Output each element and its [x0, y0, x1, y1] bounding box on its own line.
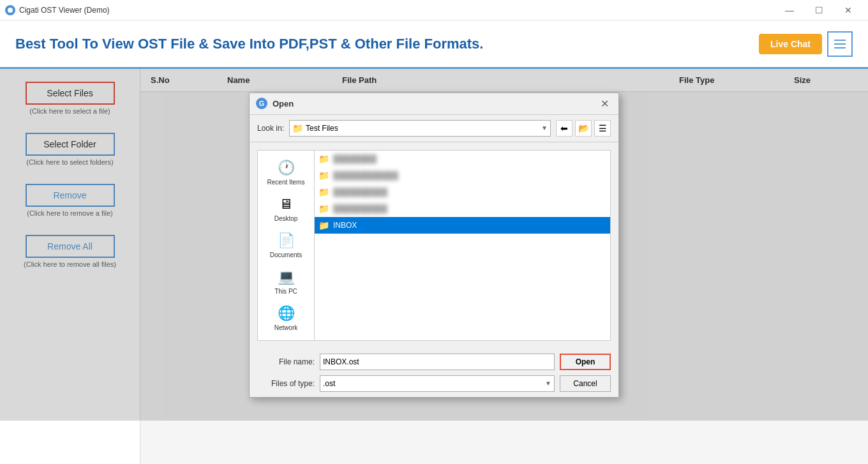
this-pc-label: This PC: [274, 288, 297, 295]
maximize-button[interactable]: ☐: [804, 0, 834, 20]
this-pc-icon: 💻: [278, 269, 295, 285]
file-item-blurred2[interactable]: 📁 ████████████: [315, 167, 610, 184]
files-of-type-select[interactable]: .ost ▼: [320, 375, 555, 392]
app-title: Cigati OST Viewer (Demo): [19, 6, 110, 15]
recent-items-label: Recent Items: [267, 179, 305, 186]
open-dialog: G Open ✕ Look in: 📁 Test Files ▼ ⬅ 📂 ☰: [249, 93, 619, 398]
lookin-select-inner: 📁 Test Files: [292, 123, 338, 133]
network-label: Network: [274, 324, 298, 331]
files-of-type-arrow: ▼: [545, 380, 551, 387]
lookin-value: Test Files: [306, 124, 338, 133]
dialog-title: Open: [273, 99, 294, 109]
titlebar-left: Cigati OST Viewer (Demo): [5, 5, 110, 15]
dialog-btn-col: Open: [560, 354, 611, 370]
desktop-icon: 🖥: [279, 196, 293, 213]
file-list-panel: 📁 ████████ 📁 ████████████ 📁 ██████████ 📁…: [315, 150, 611, 341]
dialog-title-left: G Open: [256, 98, 294, 109]
documents-icon: 📄: [278, 232, 295, 249]
file-name-1: ████████: [333, 154, 377, 163]
folder-icon-2: 📁: [318, 170, 329, 181]
lookin-toolbar: ⬅ 📂 ☰: [556, 120, 611, 137]
dialog-open-button[interactable]: Open: [560, 354, 611, 370]
dialog-close-button[interactable]: ✕: [597, 96, 612, 111]
file-type-row: Files of type: .ost ▼ Cancel: [257, 375, 611, 392]
shortcut-this-pc[interactable]: 💻 This PC: [260, 265, 311, 299]
up-button[interactable]: 📂: [575, 120, 592, 137]
app-header: Best Tool To View OST File & Save Into P…: [0, 20, 868, 69]
shortcut-documents[interactable]: 📄 Documents: [260, 228, 311, 262]
folder-icon-inbox: 📁: [318, 220, 329, 230]
files-of-type-value: .ost: [323, 379, 335, 388]
folder-icon-4: 📁: [318, 204, 329, 214]
cancel-btn-col: Cancel: [560, 375, 611, 392]
file-name-4: ██████████: [333, 204, 387, 213]
menu-line-2: [834, 43, 846, 45]
dialog-body: 🕐 Recent Items 🖥 Desktop 📄 Documents 💻 T…: [250, 142, 618, 348]
titlebar: Cigati OST Viewer (Demo) — ☐ ✕: [0, 0, 868, 20]
menu-button[interactable]: [827, 31, 853, 57]
folder-icon-3: 📁: [318, 187, 329, 197]
window-controls: — ☐ ✕: [775, 0, 863, 20]
file-name-3: ██████████: [333, 188, 387, 197]
folder-icon-1: 📁: [318, 154, 329, 164]
file-name-input[interactable]: [320, 354, 555, 370]
file-item-blurred3[interactable]: 📁 ██████████: [315, 184, 610, 200]
app-icon: [5, 5, 15, 15]
files-of-type-label: Files of type:: [257, 379, 315, 388]
file-name-row: File name: Open: [257, 354, 611, 370]
close-button[interactable]: ✕: [834, 0, 863, 20]
file-name-label: File name:: [257, 357, 315, 366]
shortcut-network[interactable]: 🌐 Network: [260, 301, 311, 335]
network-icon: 🌐: [278, 305, 295, 322]
lookin-bar: Look in: 📁 Test Files ▼ ⬅ 📂 ☰: [250, 115, 618, 142]
dialog-bottom: File name: Open Files of type: .ost ▼ Ca…: [250, 348, 618, 397]
dialog-cancel-button[interactable]: Cancel: [560, 375, 611, 392]
header-right: Live Chat: [759, 31, 853, 57]
recent-items-icon: 🕐: [278, 160, 295, 176]
file-name-2: ████████████: [333, 171, 398, 180]
modal-overlay: G Open ✕ Look in: 📁 Test Files ▼ ⬅ 📂 ☰: [0, 69, 868, 421]
back-button[interactable]: ⬅: [556, 120, 572, 137]
svg-point-0: [8, 8, 13, 13]
dialog-icon: G: [256, 98, 267, 109]
file-name-inbox: INBOX: [333, 221, 357, 230]
lookin-select[interactable]: 📁 Test Files ▼: [289, 120, 551, 137]
menu-line-1: [834, 40, 846, 41]
file-item-blurred1[interactable]: 📁 ████████: [315, 151, 610, 167]
file-item-inbox[interactable]: 📁 INBOX: [315, 217, 610, 234]
lookin-label: Look in:: [257, 124, 284, 133]
file-item-blurred4[interactable]: 📁 ██████████: [315, 200, 610, 217]
view-button[interactable]: ☰: [594, 120, 611, 137]
shortcut-recent-items[interactable]: 🕐 Recent Items: [260, 156, 311, 190]
desktop-label: Desktop: [274, 215, 298, 222]
lookin-dropdown-arrow: ▼: [541, 124, 548, 131]
shortcut-desktop[interactable]: 🖥 Desktop: [260, 192, 311, 226]
app-title-text: Best Tool To View OST File & Save Into P…: [15, 36, 483, 52]
documents-label: Documents: [270, 251, 303, 258]
menu-line-3: [834, 47, 846, 49]
dialog-titlebar: G Open ✕: [250, 93, 618, 115]
folder-icon: 📁: [292, 123, 303, 133]
shortcuts-panel: 🕐 Recent Items 🖥 Desktop 📄 Documents 💻 T…: [257, 150, 315, 341]
live-chat-button[interactable]: Live Chat: [759, 34, 822, 54]
minimize-button[interactable]: —: [775, 0, 804, 20]
